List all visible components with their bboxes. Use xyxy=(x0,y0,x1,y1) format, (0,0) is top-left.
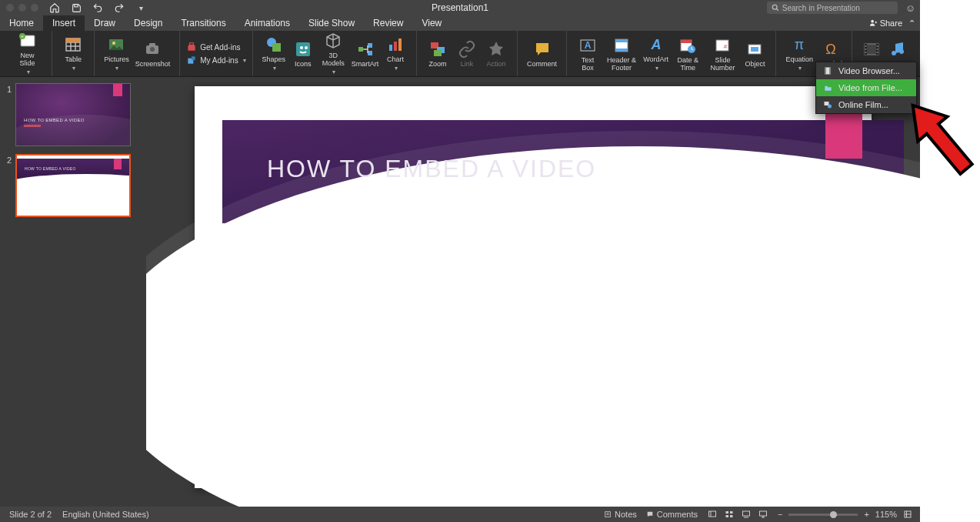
svg-rect-7 xyxy=(66,38,80,42)
svg-rect-34 xyxy=(615,49,628,52)
svg-rect-13 xyxy=(190,43,194,45)
undo-icon[interactable] xyxy=(92,2,103,13)
slide-count[interactable]: Slide 2 of 2 xyxy=(9,510,52,519)
film-strip-icon xyxy=(822,65,833,76)
text-box-button[interactable]: A Text Box xyxy=(573,34,602,74)
app-window: ▾ Presentation1 Search in Presentation ☺… xyxy=(0,0,920,522)
tab-view[interactable]: View xyxy=(412,15,451,31)
menu-online-film[interactable]: Online Film... xyxy=(816,96,916,113)
pictures-button[interactable]: Pictures▾ xyxy=(101,33,132,74)
slide-thumbnail-2[interactable]: HOW TO EMBED A VIDEO xyxy=(15,154,131,217)
tab-home[interactable]: Home xyxy=(0,15,43,31)
equation-button[interactable]: π Equation▾ xyxy=(782,33,816,74)
svg-point-69 xyxy=(828,105,832,109)
collapse-ribbon-icon[interactable]: ⌃ xyxy=(908,18,915,28)
zoom-button[interactable]: Zoom xyxy=(423,38,452,70)
smartart-button[interactable]: SmartArt xyxy=(349,38,381,70)
svg-rect-23 xyxy=(368,51,372,55)
save-icon[interactable] xyxy=(71,2,82,13)
svg-rect-29 xyxy=(434,50,442,56)
maximize-window-icon[interactable] xyxy=(31,4,38,12)
equation-icon: π xyxy=(789,35,809,55)
normal-view-icon[interactable] xyxy=(707,510,718,519)
chart-button[interactable]: Chart▾ xyxy=(381,33,410,74)
svg-rect-17 xyxy=(272,43,281,52)
zoom-icon xyxy=(428,39,448,59)
screenshot-button[interactable]: Screenshot xyxy=(132,38,174,70)
slide[interactable]: HOW TO EMBED A VIDEO xyxy=(195,86,872,488)
svg-point-9 xyxy=(112,42,115,45)
search-input[interactable]: Search in Presentation xyxy=(767,2,898,14)
share-button[interactable]: Share xyxy=(869,18,902,28)
comment-icon xyxy=(532,39,552,59)
language-status[interactable]: English (United States) xyxy=(62,510,149,519)
slideshow-view-icon[interactable] xyxy=(758,510,768,519)
tab-insert[interactable]: Insert xyxy=(43,15,85,31)
close-window-icon[interactable] xyxy=(6,4,14,12)
svg-point-12 xyxy=(150,47,155,52)
table-button[interactable]: Table▾ xyxy=(58,33,88,74)
text-box-icon: A xyxy=(578,35,598,55)
svg-rect-63 xyxy=(759,511,766,516)
workspace: 1 HOW TO EMBED A VIDEO 2 HOW TO EMBED A … xyxy=(0,77,920,507)
symbol-icon: Ω xyxy=(821,39,841,59)
object-button[interactable]: Object xyxy=(740,38,769,70)
tab-review[interactable]: Review xyxy=(364,15,412,31)
svg-rect-57 xyxy=(708,511,715,517)
zoom-out-icon[interactable]: − xyxy=(778,510,782,519)
svg-point-52 xyxy=(877,49,878,50)
slide-title[interactable]: HOW TO EMBED A VIDEO xyxy=(267,155,596,183)
zoom-slider[interactable] xyxy=(788,514,858,516)
link-button: Link xyxy=(452,38,482,70)
minimize-window-icon[interactable] xyxy=(18,4,26,12)
svg-point-53 xyxy=(877,52,878,53)
chart-icon xyxy=(385,35,405,55)
svg-rect-22 xyxy=(368,43,372,48)
action-icon xyxy=(486,39,506,59)
tab-animations[interactable]: Animations xyxy=(235,15,299,31)
tab-transitions[interactable]: Transitions xyxy=(172,15,235,31)
fit-window-icon[interactable] xyxy=(903,510,912,519)
svg-text:A: A xyxy=(650,37,661,52)
svg-rect-62 xyxy=(742,511,749,516)
qat-customize-icon[interactable]: ▾ xyxy=(135,2,146,13)
my-addins-button[interactable]: My Add-ins▾ xyxy=(186,55,245,65)
svg-rect-66 xyxy=(825,68,827,75)
icons-button[interactable]: Icons xyxy=(288,38,318,70)
svg-rect-0 xyxy=(74,4,77,6)
svg-rect-67 xyxy=(829,68,831,75)
get-addins-button[interactable]: Get Add-ins xyxy=(186,42,245,52)
slide-thumbnail-1[interactable]: HOW TO EMBED A VIDEO xyxy=(15,83,131,146)
slide-thumbnail-panel: 1 HOW TO EMBED A VIDEO 2 HOW TO EMBED A … xyxy=(0,77,146,507)
notes-button[interactable]: Notes xyxy=(604,510,637,519)
menu-video-browser[interactable]: Video Browser... xyxy=(816,62,916,79)
comment-button[interactable]: Comment xyxy=(524,38,560,70)
shapes-button[interactable]: Shapes▾ xyxy=(259,33,288,74)
svg-point-19 xyxy=(300,46,303,49)
comments-button[interactable]: Comments xyxy=(646,510,698,519)
tab-design[interactable]: Design xyxy=(125,15,172,31)
sorter-view-icon[interactable] xyxy=(724,510,735,519)
new-slide-button[interactable]: + New Slide▾ xyxy=(9,29,45,78)
slide-canvas[interactable]: HOW TO EMBED A VIDEO xyxy=(146,77,920,507)
tab-draw[interactable]: Draw xyxy=(85,15,125,31)
reading-view-icon[interactable] xyxy=(741,510,752,519)
header-footer-button[interactable]: Header & Footer xyxy=(602,34,641,74)
svg-text:#: # xyxy=(724,43,728,50)
account-icon[interactable]: ☺ xyxy=(905,2,915,14)
zoom-percent[interactable]: 115% xyxy=(875,510,897,519)
slide-number-button[interactable]: # Slide Number xyxy=(705,34,740,74)
cube-icon xyxy=(323,31,343,51)
globe-film-icon xyxy=(822,99,833,110)
date-time-button[interactable]: Date & Time xyxy=(671,34,705,74)
zoom-in-icon[interactable]: + xyxy=(864,510,868,519)
home-icon[interactable] xyxy=(49,2,60,13)
3d-models-button[interactable]: 3D Models▾ xyxy=(318,29,349,78)
ribbon-tabs: Home Insert Draw Design Transitions Anim… xyxy=(0,15,920,31)
menu-video-from-file[interactable]: Video from File... xyxy=(816,79,916,96)
svg-point-1 xyxy=(772,5,777,9)
wordart-button[interactable]: A WordArt▾ xyxy=(641,33,671,74)
tab-slideshow[interactable]: Slide Show xyxy=(299,15,364,31)
redo-icon[interactable] xyxy=(114,2,125,13)
svg-point-50 xyxy=(865,52,867,53)
